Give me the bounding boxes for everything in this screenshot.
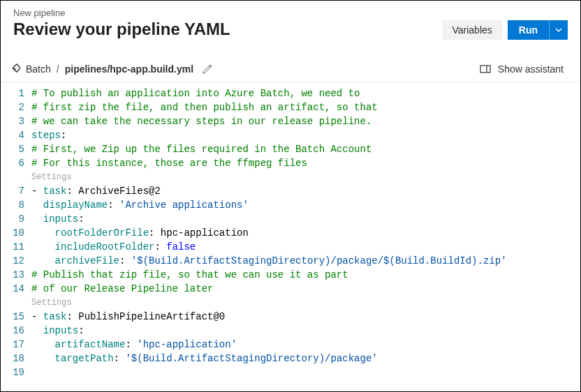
svg-rect-0: [13, 64, 20, 72]
code-line: # Publish that zip file, so that we can …: [31, 268, 580, 282]
code-line: displayName: 'Archive applications': [31, 198, 580, 212]
code-line: - task: PublishPipelineArtifact@0: [31, 310, 580, 324]
line-number: 18: [1, 352, 24, 365]
line-number: 9: [1, 212, 24, 226]
svg-rect-2: [480, 66, 490, 73]
code-line: steps:: [31, 128, 580, 142]
code-line: # To publish an application into Azure B…: [31, 86, 580, 100]
code-line: # First, we Zip up the files required in…: [31, 142, 580, 156]
line-number: 16: [1, 324, 24, 338]
code-line: includeRootFolder: false: [31, 240, 580, 254]
header-left: New pipeline Review your pipeline YAML: [13, 8, 442, 39]
line-number: 13: [1, 268, 24, 282]
breadcrumb: New pipeline: [13, 8, 442, 18]
line-number: 6: [1, 156, 24, 170]
line-number: 4: [1, 128, 24, 142]
line-number: [1, 170, 24, 184]
svg-point-1: [14, 68, 16, 70]
panel-icon: [480, 64, 491, 74]
code-area[interactable]: # To publish an application into Azure B…: [31, 82, 580, 384]
edit-path-button[interactable]: [202, 64, 213, 74]
code-line: inputs:: [31, 324, 580, 338]
line-number: 19: [1, 365, 24, 379]
line-number: [1, 296, 24, 310]
code-line: [31, 365, 580, 379]
line-number: 11: [1, 240, 24, 254]
line-number: 7: [1, 184, 24, 198]
code-line: - task: ArchiveFiles@2: [31, 184, 580, 198]
code-line: inputs:: [31, 212, 580, 226]
line-number: 15: [1, 310, 24, 324]
file-path-bar: Batch / pipelines/hpc-app.build.yml Show…: [1, 44, 580, 82]
variables-button[interactable]: Variables: [442, 20, 501, 40]
code-line: archiveFile: '$(Build.ArtifactStagingDir…: [31, 254, 580, 268]
code-lens-hint[interactable]: Settings: [31, 170, 580, 184]
line-number: 8: [1, 198, 24, 212]
line-number-gutter: 12345678910111213141516171819: [1, 82, 31, 384]
page-title: Review your pipeline YAML: [13, 20, 442, 39]
code-line: # of our Release Pipeline later: [31, 282, 580, 296]
run-button-group: Run: [508, 20, 568, 40]
show-assistant-button[interactable]: Show assistant: [480, 63, 568, 75]
line-number: 2: [1, 100, 24, 114]
header-actions: Variables Run: [442, 20, 568, 40]
repo-icon: [9, 63, 20, 75]
line-number: 1: [1, 86, 24, 100]
repo-name[interactable]: Batch: [26, 63, 51, 75]
pencil-icon: [202, 64, 213, 74]
line-number: 10: [1, 226, 24, 240]
code-line: # first zip the file, and then publish a…: [31, 100, 580, 114]
code-line: # we can take the necessary steps in our…: [31, 114, 580, 128]
line-number: 14: [1, 282, 24, 296]
yaml-editor[interactable]: 12345678910111213141516171819 # To publi…: [1, 82, 580, 384]
file-path-left: Batch / pipelines/hpc-app.build.yml: [9, 63, 213, 75]
run-button[interactable]: Run: [508, 20, 549, 40]
path-separator: /: [57, 63, 59, 75]
run-dropdown-button[interactable]: [549, 20, 568, 40]
show-assistant-label: Show assistant: [498, 63, 564, 75]
line-number: 12: [1, 254, 24, 268]
page-header: New pipeline Review your pipeline YAML V…: [1, 1, 580, 44]
line-number: 3: [1, 114, 24, 128]
line-number: 5: [1, 142, 24, 156]
chevron-down-icon: [555, 27, 562, 33]
code-lens-hint[interactable]: Settings: [31, 296, 580, 310]
code-line: # For this instance, those are the ffmpe…: [31, 156, 580, 170]
file-path[interactable]: pipelines/hpc-app.build.yml: [65, 63, 193, 75]
line-number: 17: [1, 338, 24, 352]
code-line: artifactName: 'hpc-application': [31, 338, 580, 352]
code-line: targetPath: '$(Build.ArtifactStagingDire…: [31, 352, 580, 365]
code-line: rootFolderOrFile: hpc-application: [31, 226, 580, 240]
